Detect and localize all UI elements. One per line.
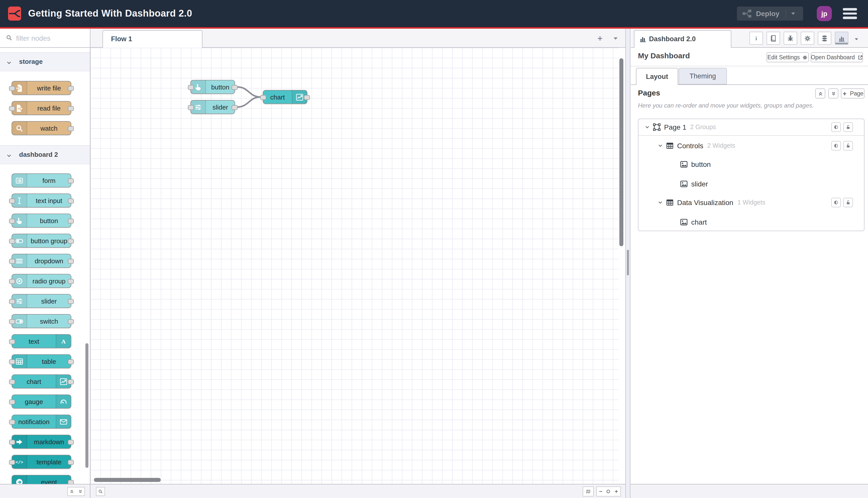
sidebar-tab-button-gear-icon[interactable] (801, 32, 814, 45)
flow-list-caret-icon[interactable] (611, 34, 620, 43)
flow-canvas[interactable]: buttonsliderchart (90, 48, 625, 484)
deploy-menu-caret-icon[interactable] (789, 10, 797, 17)
input-port[interactable] (188, 105, 194, 110)
zoom-out-button[interactable] (596, 486, 605, 497)
input-port[interactable] (9, 339, 15, 344)
tab-flow-1[interactable]: Flow 1 (103, 30, 202, 48)
palette-node-chart[interactable]: chart (12, 375, 71, 389)
palette-node-notification[interactable]: notification (12, 415, 71, 429)
palette-node-radio-group[interactable]: radio group (12, 274, 71, 288)
flow-node-chart[interactable]: chart (263, 90, 307, 104)
tree-row-page-1[interactable]: Page 12 Groups (639, 119, 864, 136)
palette-node-slider[interactable]: slider (12, 294, 71, 308)
zoom-reset-button[interactable] (604, 486, 613, 497)
palette-node-table[interactable]: table (12, 354, 71, 368)
canvas-search-button[interactable] (96, 487, 105, 496)
output-port[interactable] (68, 359, 74, 364)
splitter-drag-handle[interactable] (627, 250, 629, 275)
palette-node-event[interactable]: event (12, 475, 71, 484)
input-port[interactable] (9, 440, 15, 445)
palette-expand-all-button[interactable] (76, 487, 85, 496)
collapse-all-button[interactable] (815, 89, 825, 99)
input-port[interactable] (260, 95, 266, 100)
tree-row-data-visualization[interactable]: Data Visualization1 Widgets (639, 195, 864, 211)
tree-row-controls[interactable]: Controls2 Widgets (639, 138, 864, 154)
palette-node-write-file[interactable]: write file (12, 81, 71, 95)
deploy-button[interactable]: Deploy (737, 6, 803, 21)
expand-all-button[interactable] (828, 89, 838, 99)
navigator-map-button[interactable] (583, 486, 594, 497)
output-port[interactable] (68, 218, 74, 223)
output-port[interactable] (68, 178, 74, 183)
palette-node-button[interactable]: button (12, 213, 71, 228)
output-port[interactable] (68, 86, 74, 91)
input-port[interactable] (9, 279, 15, 284)
palette-node-markdown[interactable]: markdown (12, 435, 71, 449)
sidebar-tab-button-book-icon[interactable] (766, 32, 780, 45)
canvas-vertical-scrollbar[interactable] (619, 58, 623, 246)
output-port[interactable] (68, 279, 74, 284)
tree-row-chart[interactable]: chart (639, 214, 864, 230)
palette-node-dropdown[interactable]: dropdown (12, 254, 71, 268)
toggle-visibility-button[interactable] (831, 122, 841, 132)
add-flow-button[interactable] (595, 34, 604, 43)
output-port[interactable] (68, 379, 74, 384)
input-port[interactable] (9, 299, 15, 304)
sidebar-tab-button-bug-icon[interactable] (784, 32, 797, 45)
output-port[interactable] (68, 440, 74, 445)
output-port[interactable] (68, 299, 74, 304)
output-port[interactable] (68, 106, 74, 111)
tab-theming[interactable]: Theming (679, 68, 727, 84)
palette-node-form[interactable]: form (12, 173, 71, 187)
palette-collapse-all-button[interactable] (67, 487, 76, 496)
chevron-down-icon[interactable] (657, 200, 663, 205)
filter-nodes-input[interactable] (15, 31, 86, 45)
input-port[interactable] (9, 359, 15, 364)
toggle-visibility-button[interactable] (831, 141, 841, 150)
output-port[interactable] (68, 460, 74, 464)
palette-node-watch[interactable]: watch (12, 121, 71, 135)
toggle-lock-button[interactable] (843, 122, 853, 132)
sidebar-tab-button-dashboard-icon[interactable] (835, 32, 849, 45)
input-port[interactable] (9, 106, 15, 111)
sidebar-splitter[interactable] (625, 29, 630, 498)
tab-layout[interactable]: Layout (636, 68, 678, 85)
output-port[interactable] (231, 105, 238, 110)
user-avatar[interactable]: jp (817, 6, 832, 21)
open-dashboard-button[interactable]: Open Dashboard (811, 52, 863, 62)
input-port[interactable] (9, 399, 15, 404)
palette-node-button-group[interactable]: button group (12, 234, 71, 248)
input-port[interactable] (9, 419, 15, 424)
zoom-in-button[interactable] (612, 486, 621, 497)
palette-category-storage[interactable]: storage (0, 52, 90, 71)
input-port[interactable] (9, 259, 15, 264)
canvas-horizontal-scrollbar[interactable] (94, 478, 161, 482)
output-port[interactable] (68, 259, 74, 264)
hamburger-menu-icon[interactable] (843, 8, 857, 19)
input-port[interactable] (9, 218, 15, 223)
palette-node-read-file[interactable]: read file (12, 101, 71, 115)
output-port[interactable] (231, 85, 238, 90)
input-port[interactable] (9, 319, 15, 324)
chevron-down-icon[interactable] (644, 124, 650, 130)
output-port[interactable] (68, 319, 74, 324)
output-port[interactable] (68, 126, 74, 131)
palette-node-template[interactable]: </>template (12, 455, 71, 469)
palette-node-gauge[interactable]: gauge (12, 394, 71, 408)
input-port[interactable] (9, 460, 15, 464)
palette-category-dashboard-2[interactable]: dashboard 2 (0, 145, 90, 164)
output-port[interactable] (68, 480, 74, 484)
sidebar-menu-caret-icon[interactable] (853, 35, 859, 41)
input-port[interactable] (9, 238, 15, 244)
wire[interactable] (237, 87, 261, 97)
sidebar-tab-button-info-icon[interactable]: i (749, 32, 763, 45)
edit-settings-button[interactable]: Edit Settings (766, 52, 809, 62)
flow-node-slider[interactable]: slider (190, 100, 235, 114)
input-port[interactable] (9, 86, 15, 91)
wire[interactable] (237, 97, 261, 107)
palette-scrollbar[interactable] (85, 343, 89, 468)
input-port[interactable] (9, 198, 15, 203)
palette-node-text[interactable]: Atext (12, 334, 71, 348)
toggle-lock-button[interactable] (843, 141, 853, 150)
palette-node-text-input[interactable]: text input (12, 194, 71, 208)
